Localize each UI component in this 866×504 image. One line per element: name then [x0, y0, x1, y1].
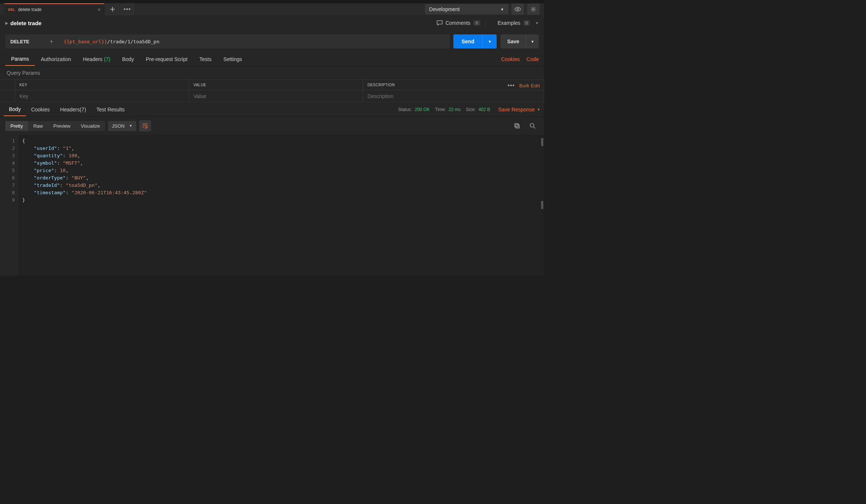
col-description: DESCRIPTION ••• Bulk Edit: [363, 80, 544, 90]
format-select[interactable]: JSON ▼: [108, 121, 136, 131]
table-row[interactable]: Key Value Description: [0, 90, 544, 103]
chevron-down-icon: ▼: [500, 7, 504, 11]
description-input[interactable]: Description: [363, 90, 544, 103]
close-icon[interactable]: ×: [98, 7, 101, 13]
mode-preview[interactable]: Preview: [48, 121, 75, 131]
save-dropdown[interactable]: ▼: [526, 34, 539, 48]
request-tab[interactable]: DEL delete trade ×: [4, 3, 104, 15]
resp-tab-cookies[interactable]: Cookies: [26, 103, 55, 116]
comments-count: 0: [473, 20, 480, 26]
size-meta: Size: 402 B: [466, 107, 490, 112]
http-method-label: DELETE: [10, 39, 29, 44]
scroll-handle[interactable]: [541, 201, 543, 209]
size-value: 402 B: [479, 107, 490, 112]
view-mode-group: Pretty Raw Preview Visualize: [5, 121, 105, 131]
save-response-button[interactable]: Save Response ▼: [498, 107, 540, 112]
code-content[interactable]: { "userId": "1", "quantity": 100, "symbo…: [19, 135, 544, 276]
query-params-title: Query Params: [0, 66, 544, 80]
tab-more-button[interactable]: •••: [121, 3, 134, 15]
tab-headers[interactable]: Headers (7): [77, 52, 116, 66]
chevron-down-icon: ▼: [129, 124, 132, 128]
chevron-right-icon[interactable]: ▶: [5, 21, 8, 26]
comments-button[interactable]: Comments 0: [437, 20, 480, 26]
tab-body[interactable]: Body: [116, 52, 140, 66]
tab-settings[interactable]: Settings: [217, 52, 248, 66]
chevron-down-icon: ▼: [537, 108, 540, 111]
url-path: /trade/1/toa5dD_pn: [107, 39, 160, 44]
status-label: Status:: [398, 107, 412, 112]
svg-rect-3: [515, 124, 518, 127]
comments-label: Comments: [446, 20, 471, 26]
examples-label: Examples: [498, 20, 520, 26]
mode-pretty[interactable]: Pretty: [5, 121, 28, 131]
status-meta: Status: 200 OK: [398, 107, 430, 112]
time-label: Time:: [435, 107, 446, 112]
code-link[interactable]: Code: [527, 56, 539, 62]
line-gutter: 123456789: [0, 135, 19, 276]
cookies-link[interactable]: Cookies: [501, 56, 520, 62]
col-key: KEY: [15, 80, 189, 90]
chevron-down-icon: ▼: [50, 40, 53, 44]
tab-headers-count: (7): [104, 56, 110, 62]
format-label: JSON: [112, 123, 125, 129]
search-button[interactable]: [526, 120, 539, 131]
tab-method-badge: DEL: [8, 8, 15, 11]
comment-icon: [437, 20, 443, 26]
tab-params[interactable]: Params: [5, 52, 35, 66]
add-tab-button[interactable]: [106, 3, 119, 15]
mode-raw[interactable]: Raw: [28, 121, 48, 131]
examples-count: 0: [523, 20, 530, 26]
svg-rect-2: [516, 125, 519, 128]
scroll-handle[interactable]: [541, 138, 543, 146]
environment-select[interactable]: Development ▼: [425, 4, 508, 14]
time-meta: Time: 22 ms: [435, 107, 461, 112]
time-value: 22 ms: [449, 107, 461, 112]
more-icon[interactable]: •••: [507, 82, 515, 89]
tab-prerequest[interactable]: Pre-request Script: [140, 52, 194, 66]
status-value: 200 OK: [415, 107, 430, 112]
wrap-lines-button[interactable]: [139, 120, 151, 131]
col-value: VALUE: [189, 80, 363, 90]
tab-headers-label: Headers: [83, 56, 103, 62]
tab-title: delete trade: [18, 7, 41, 12]
send-label: Send: [453, 38, 482, 44]
resp-tab-headers[interactable]: Headers (7): [55, 103, 91, 116]
resp-tab-headers-count: (7): [80, 107, 86, 112]
examples-button[interactable]: Examples 0 ▼: [498, 20, 539, 26]
send-dropdown[interactable]: ▼: [482, 34, 497, 48]
size-label: Size:: [466, 107, 476, 112]
svg-point-1: [533, 9, 534, 10]
resp-tab-body[interactable]: Body: [4, 103, 26, 116]
query-params-table: KEY VALUE DESCRIPTION ••• Bulk Edit Key …: [0, 80, 544, 103]
request-title[interactable]: delete trade: [10, 20, 41, 26]
environment-selected-label: Development: [429, 6, 460, 12]
tab-tests[interactable]: Tests: [194, 52, 218, 66]
chevron-down-icon: ▼: [535, 21, 539, 25]
key-input[interactable]: Key: [15, 90, 189, 103]
svg-point-0: [517, 9, 518, 10]
svg-point-4: [530, 124, 534, 127]
resp-tab-test-results[interactable]: Test Results: [91, 103, 130, 116]
value-input[interactable]: Value: [189, 90, 363, 103]
save-label: Save: [500, 38, 526, 44]
environment-quicklook-button[interactable]: [511, 4, 524, 15]
settings-button[interactable]: [527, 4, 540, 15]
url-input[interactable]: {{pt_base_url}}/trade/1/toa5dD_pn: [58, 34, 450, 48]
url-variable: {{pt_base_url}}: [64, 39, 107, 44]
col-description-label: DESCRIPTION: [367, 83, 395, 87]
copy-button[interactable]: [511, 120, 523, 131]
tab-authorization[interactable]: Authorization: [35, 52, 77, 66]
save-button[interactable]: Save ▼: [500, 34, 539, 48]
bulk-edit-link[interactable]: Bulk Edit: [519, 83, 540, 88]
resp-tab-headers-label: Headers: [60, 107, 80, 112]
http-method-select[interactable]: DELETE ▼: [5, 34, 58, 48]
response-body-viewer[interactable]: 123456789 { "userId": "1", "quantity": 1…: [0, 135, 544, 276]
mode-visualize[interactable]: Visualize: [75, 121, 105, 131]
save-response-label: Save Response: [498, 107, 535, 112]
send-button[interactable]: Send ▼: [453, 34, 497, 48]
